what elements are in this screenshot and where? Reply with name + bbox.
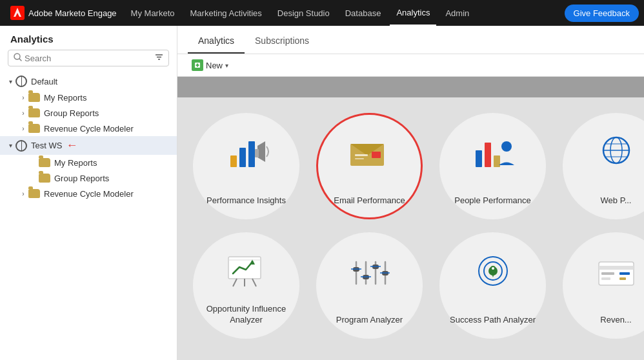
filter-icon[interactable] xyxy=(155,53,163,63)
cards-grid: Performance Insights xyxy=(193,113,629,339)
app-logo[interactable]: Adobe Marketo Engage xyxy=(5,6,122,20)
svg-line-32 xyxy=(233,279,237,286)
svg-rect-57 xyxy=(619,272,630,275)
workspace-icon-default xyxy=(15,75,27,87)
card-label-success-path: Success Path Analyzer xyxy=(439,315,546,326)
tree-item-revenue-2[interactable]: Revenue Cycle Modeler xyxy=(0,186,177,201)
svg-rect-12 xyxy=(239,148,246,167)
people-performance-icon xyxy=(470,136,516,172)
top-nav: Adobe Marketo Engage My Marketo Marketin… xyxy=(0,0,644,26)
card-people-performance[interactable]: People Performance xyxy=(439,113,546,219)
chevron-default xyxy=(5,76,15,86)
card-opportunity-influence[interactable]: Opportunity Influence Analyzer xyxy=(193,232,299,339)
tree-label-group-reports-2: Group Reports xyxy=(54,174,109,183)
tree-item-my-reports-2[interactable]: My Reports xyxy=(0,155,177,170)
new-button[interactable]: New ▾ xyxy=(188,58,232,72)
tree-item-group-reports-1[interactable]: Group Reports xyxy=(0,105,177,121)
tree-item-default[interactable]: Default xyxy=(0,73,177,90)
web-performance-icon xyxy=(597,136,636,168)
chevron-my-reports-1 xyxy=(18,92,28,103)
svg-point-52 xyxy=(492,267,494,270)
chevron-revenue-2 xyxy=(18,188,28,199)
give-feedback-button[interactable]: Give Feedback xyxy=(565,5,639,22)
dropdown-arrow-icon: ▾ xyxy=(225,62,228,69)
opportunity-influence-icon xyxy=(225,255,267,289)
card-program-analyzer[interactable]: Program Analyzer xyxy=(316,232,423,339)
svg-rect-54 xyxy=(599,266,634,270)
layout: Analytics Default xyxy=(0,26,644,360)
performance-insights-icon xyxy=(224,136,269,172)
nav-my-marketo[interactable]: My Marketo xyxy=(125,0,181,26)
nav-marketing-activities[interactable]: Marketing Activities xyxy=(184,0,268,26)
sidebar-search-container[interactable] xyxy=(8,50,169,66)
card-label-email-performance: Email Performance xyxy=(316,195,423,206)
tree-label-test-ws: Test WS xyxy=(31,141,62,150)
annotation-arrow: ← xyxy=(66,139,77,152)
svg-rect-22 xyxy=(485,143,491,167)
card-revenue[interactable]: Reven... xyxy=(563,232,644,339)
tree-item-revenue-1[interactable]: Revenue Cycle Modeler xyxy=(0,121,177,136)
folder-icon-group-reports-1 xyxy=(28,108,40,117)
sidebar: Analytics Default xyxy=(0,26,177,360)
tree-label-my-reports-1: My Reports xyxy=(44,93,86,103)
card-email-performance[interactable]: Email Performance xyxy=(316,113,423,219)
card-performance-insights[interactable]: Performance Insights xyxy=(193,113,299,219)
tree-label-revenue-1: Revenue Cycle Modeler xyxy=(44,124,134,134)
card-label-people-performance: People Performance xyxy=(439,195,546,206)
chevron-revenue-1 xyxy=(18,123,28,134)
nav-admin[interactable]: Admin xyxy=(439,0,476,26)
tabs-bar: Analytics Subscriptions xyxy=(177,26,644,54)
toolbar: New ▾ xyxy=(177,54,644,77)
email-performance-icon xyxy=(347,136,392,168)
svg-rect-56 xyxy=(601,277,610,280)
search-input[interactable] xyxy=(25,54,152,63)
card-web-performance[interactable]: Web P... xyxy=(563,113,644,219)
folder-icon-my-reports-2 xyxy=(39,158,50,167)
svg-rect-20 xyxy=(372,152,381,158)
new-label: New xyxy=(206,61,223,70)
card-label-performance-insights: Performance Insights xyxy=(193,195,299,206)
program-analyzer-icon xyxy=(350,255,390,289)
sidebar-title: Analytics xyxy=(0,26,177,50)
new-icon xyxy=(192,59,203,71)
app-name: Adobe Marketo Engage xyxy=(28,8,117,18)
tree-item-my-reports-1[interactable]: My Reports xyxy=(0,90,177,105)
grid-area: Performance Insights xyxy=(177,97,644,360)
tree-label-default: Default xyxy=(31,77,57,86)
nav-database[interactable]: Database xyxy=(339,0,388,26)
svg-point-24 xyxy=(501,141,512,152)
svg-rect-58 xyxy=(619,277,626,280)
svg-rect-13 xyxy=(248,141,255,167)
chevron-group-reports-1 xyxy=(18,108,28,118)
card-success-path[interactable]: Success Path Analyzer xyxy=(439,232,546,339)
workspace-icon-test-ws xyxy=(15,140,27,152)
svg-rect-21 xyxy=(476,150,482,167)
folder-icon-my-reports-1 xyxy=(28,93,40,102)
chevron-test-ws xyxy=(5,141,15,151)
tree-label-revenue-2: Revenue Cycle Modeler xyxy=(44,189,134,199)
gray-header xyxy=(177,77,644,97)
svg-rect-10 xyxy=(196,65,199,66)
svg-line-4 xyxy=(19,59,21,61)
svg-rect-19 xyxy=(355,158,364,159)
svg-rect-55 xyxy=(601,272,614,275)
tree-item-group-reports-2[interactable]: Group Reports xyxy=(0,170,177,186)
tree-item-test-ws[interactable]: Test WS ← xyxy=(0,136,177,155)
search-icon xyxy=(14,53,22,63)
svg-rect-23 xyxy=(494,155,500,167)
folder-icon-group-reports-2 xyxy=(39,174,50,183)
card-label-web-performance: Web P... xyxy=(563,195,644,206)
card-label-opportunity-influence: Opportunity Influence Analyzer xyxy=(193,304,299,326)
svg-rect-15 xyxy=(255,149,259,157)
card-label-revenue: Reven... xyxy=(563,315,644,326)
tab-subscriptions[interactable]: Subscriptions xyxy=(245,29,319,54)
main-content: Analytics Subscriptions New ▾ xyxy=(177,26,644,360)
svg-rect-18 xyxy=(355,154,368,156)
nav-analytics[interactable]: Analytics xyxy=(390,0,436,26)
tab-analytics[interactable]: Analytics xyxy=(188,29,245,54)
svg-line-33 xyxy=(252,279,256,286)
svg-rect-11 xyxy=(230,155,237,167)
tree-label-my-reports-2: My Reports xyxy=(54,158,97,168)
card-label-program-analyzer: Program Analyzer xyxy=(316,315,423,326)
nav-design-studio[interactable]: Design Studio xyxy=(271,0,336,26)
